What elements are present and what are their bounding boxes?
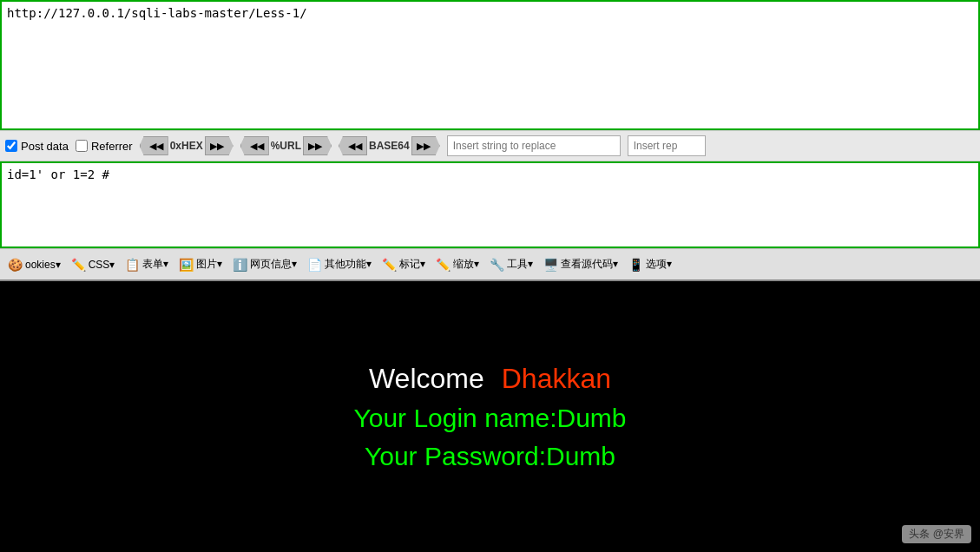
hex-btn-group: ◀◀ 0xHEX ▶▶: [140, 136, 233, 155]
menu-item-images[interactable]: 🖼️ 图片▾: [174, 255, 227, 273]
cookies-label: ookies▾: [25, 259, 61, 271]
menu-item-source[interactable]: 🖥️ 查看源代码▾: [539, 255, 622, 273]
menu-bar: 🍪 ookies▾ ✏️ CSS▾ 📋 表单▾ 🖼️ 图片▾ ℹ️ 网页信息▾ …: [0, 248, 980, 281]
marks-icon: ✏️: [382, 258, 397, 272]
base64-left-arrow[interactable]: ◀◀: [339, 136, 367, 155]
menu-item-css[interactable]: ✏️ CSS▾: [67, 256, 120, 273]
watermark: 头条 @安界: [902, 525, 971, 543]
menu-item-options[interactable]: 📱 选项▾: [624, 255, 676, 273]
base64-label: BASE64: [369, 140, 410, 152]
options-bar: Post data Referrer ◀◀ 0xHEX ▶▶ ◀◀ %URL ▶…: [0, 130, 980, 161]
url-text: http://127.0.0.1/sqli-labs-master/Less-1…: [7, 6, 307, 20]
base64-right-arrow[interactable]: ▶▶: [411, 136, 440, 155]
css-label: CSS▾: [89, 259, 115, 271]
login-line: Your Login name:Dumb: [353, 404, 626, 433]
pageinfo-icon: ℹ️: [233, 258, 247, 272]
replace-string-input[interactable]: [447, 135, 621, 156]
dhakkan-text: Dhakkan: [502, 363, 611, 395]
url-right-arrow[interactable]: ▶▶: [303, 136, 332, 155]
url-left-arrow[interactable]: ◀◀: [240, 136, 269, 155]
welcome-line: Welcome Dhakkan: [369, 363, 611, 395]
options-label: 选项▾: [646, 257, 672, 272]
source-label: 查看源代码▾: [561, 257, 618, 272]
forms-icon: 📋: [125, 258, 140, 272]
url-label: %URL: [271, 140, 301, 152]
images-label: 图片▾: [196, 257, 222, 272]
hex-label: 0xHEX: [170, 140, 203, 152]
url-btn-group: ◀◀ %URL ▶▶: [240, 136, 332, 155]
referrer-label: Referrer: [91, 140, 133, 153]
menu-item-tools[interactable]: 🔧 工具▾: [485, 255, 537, 273]
post-data-checkbox-group[interactable]: Post data: [5, 140, 69, 153]
post-data-label: Post data: [21, 140, 69, 153]
marks-label: 标记▾: [399, 257, 425, 272]
menu-item-pageinfo[interactable]: ℹ️ 网页信息▾: [228, 255, 301, 273]
referrer-checkbox-group[interactable]: Referrer: [76, 140, 133, 153]
menu-item-marks[interactable]: ✏️ 标记▾: [378, 255, 430, 273]
post-data-container: id=1' or 1=2 #: [0, 161, 980, 248]
content-area: Welcome Dhakkan Your Login name:Dumb You…: [0, 281, 980, 552]
base64-btn-group: ◀◀ BASE64 ▶▶: [339, 136, 440, 155]
forms-label: 表单▾: [142, 257, 168, 272]
images-icon: 🖼️: [179, 258, 194, 272]
menu-item-forms[interactable]: 📋 表单▾: [121, 255, 173, 273]
post-data-checkbox[interactable]: [5, 140, 17, 152]
hex-left-arrow[interactable]: ◀◀: [140, 136, 168, 155]
replace-with-input[interactable]: [628, 135, 706, 156]
misc-label: 其他功能▾: [325, 257, 372, 272]
tools-label: 工具▾: [507, 257, 533, 272]
css-icon: ✏️: [71, 258, 86, 272]
misc-icon: 📄: [307, 258, 322, 272]
referrer-checkbox[interactable]: [76, 140, 88, 152]
menu-item-cookies[interactable]: 🍪 ookies▾: [3, 256, 65, 273]
source-icon: 🖥️: [543, 258, 558, 272]
menu-item-zoom[interactable]: ✏️ 缩放▾: [431, 255, 483, 273]
zoom-label: 缩放▾: [453, 257, 479, 272]
password-line: Your Password:Dumb: [365, 442, 615, 471]
tools-icon: 🔧: [490, 258, 504, 272]
url-bar-container: http://127.0.0.1/sqli-labs-master/Less-1…: [0, 0, 980, 130]
welcome-text: Welcome: [369, 363, 484, 395]
options-icon: 📱: [628, 258, 643, 272]
menu-item-misc[interactable]: 📄 其他功能▾: [303, 255, 376, 273]
hex-right-arrow[interactable]: ▶▶: [205, 136, 233, 155]
pageinfo-label: 网页信息▾: [250, 257, 297, 272]
post-data-text: id=1' or 1=2 #: [7, 168, 109, 181]
zoom-icon: ✏️: [436, 258, 451, 272]
cookies-icon: 🍪: [8, 258, 23, 272]
